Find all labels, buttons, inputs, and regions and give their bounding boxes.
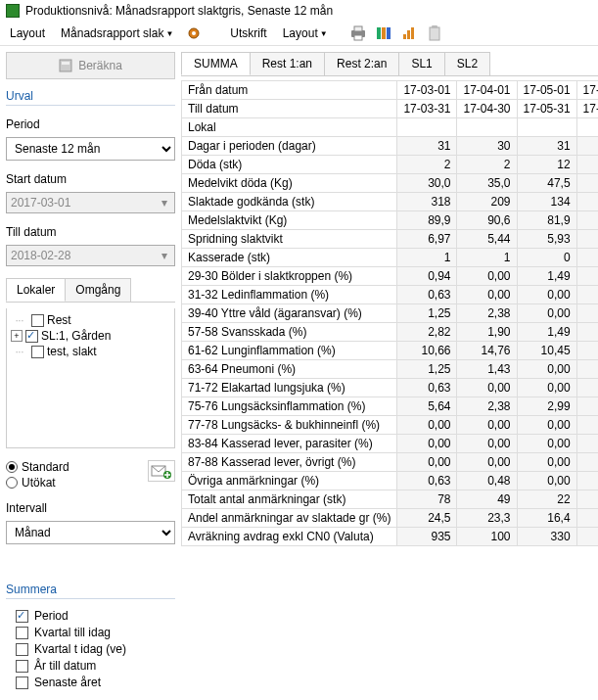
cell[interactable]: 10,66 [397,342,457,360]
cell[interactable]: 1,25 [397,304,457,323]
cell[interactable]: 6,97 [397,230,457,249]
chart-icon[interactable] [400,24,418,42]
tab-rest1an[interactable]: Rest 1:an [250,52,325,75]
check-senaste[interactable]: Senaste året [6,676,175,689]
tree-item-test[interactable]: ··· test, slakt [11,344,170,359]
cell[interactable] [576,397,598,416]
cell[interactable]: 17-04-01 [457,81,517,100]
cell[interactable]: 2,82 [397,323,457,342]
tab-sl1[interactable]: SL1 [398,52,444,75]
cell[interactable]: 0,00 [517,472,576,490]
clipboard-icon[interactable] [426,24,443,42]
cell[interactable] [576,211,598,230]
tree-item-sl1[interactable]: + SL:1, Gården [11,328,170,344]
cell[interactable]: 0,00 [517,360,576,379]
check-kvartal1[interactable]: Kvartal till idag [6,626,175,639]
cell[interactable]: 0,48 [457,472,517,490]
tab-summa[interactable]: SUMMA [181,52,251,75]
cell[interactable] [576,323,598,342]
cell[interactable]: 30 [457,137,517,156]
cell[interactable]: 16,4 [517,509,576,528]
cell[interactable]: 1,43 [457,360,517,379]
cell[interactable]: 5,64 [397,397,457,416]
cell[interactable]: 5,44 [457,230,517,249]
cell[interactable]: 2 [397,156,457,174]
export-button[interactable] [148,460,175,482]
cell[interactable] [576,453,598,472]
cell[interactable]: 1,49 [517,323,576,342]
cell[interactable] [576,509,598,528]
cell[interactable]: 0,00 [517,286,576,304]
cell[interactable]: 1 [457,249,517,267]
cell[interactable] [576,472,598,490]
calendar-icon[interactable]: ▾ [156,196,173,210]
cell[interactable]: 10,45 [517,342,576,360]
cell[interactable]: 0,00 [517,435,576,453]
cell[interactable]: 0,00 [457,286,517,304]
cell[interactable]: 2 [457,156,517,174]
cell[interactable]: 17-05-31 [517,100,576,118]
checkbox[interactable] [25,330,38,343]
cell[interactable]: 22 [517,490,576,509]
cell[interactable] [576,360,598,379]
cell[interactable]: 1 [397,249,457,267]
cell[interactable] [576,249,598,267]
cell[interactable]: 47,5 [517,174,576,193]
period-select[interactable]: Senaste 12 mån [6,137,175,161]
cell[interactable]: 5,93 [517,230,576,249]
cell[interactable]: 0 [517,249,576,267]
cell[interactable]: 0,00 [457,435,517,453]
gear-icon[interactable] [185,24,203,42]
cell[interactable]: 14,76 [457,342,517,360]
cell[interactable]: 0,00 [457,379,517,397]
cell[interactable]: 0,00 [517,453,576,472]
checkbox[interactable] [31,346,44,358]
cell[interactable]: 0,94 [397,267,457,286]
tab-rest2an[interactable]: Rest 2:an [324,52,399,75]
check-period[interactable]: Period [6,609,175,623]
cell[interactable]: 0,00 [457,453,517,472]
cell[interactable] [576,435,598,453]
cell[interactable]: 2,38 [457,304,517,323]
check-kvartal2[interactable]: Kvartal t idag (ve) [6,642,175,656]
cell[interactable]: 81,9 [517,211,576,230]
cell[interactable] [576,137,598,156]
cell[interactable]: 100 [457,528,517,546]
menu-layout[interactable]: Layout [4,23,51,43]
cell[interactable]: 0,63 [397,379,457,397]
cell[interactable]: 17-04-30 [457,100,517,118]
printer-icon[interactable] [349,24,367,42]
cell[interactable] [517,118,576,137]
cell[interactable]: 0,00 [457,267,517,286]
tab-omgang[interactable]: Omgång [65,278,131,302]
cell[interactable] [576,193,598,211]
cell[interactable]: 31 [397,137,457,156]
start-date-input[interactable] [6,192,175,213]
cell[interactable] [397,118,457,137]
cell[interactable] [576,156,598,174]
calendar-icon[interactable]: ▾ [156,249,173,262]
cell[interactable]: 2,99 [517,397,576,416]
menu-layout2-dropdown[interactable]: Layout ▼ [277,23,334,43]
tree-item-rest[interactable]: ··· Rest [11,312,170,328]
cell[interactable]: 0,00 [397,416,457,435]
calculate-button[interactable]: Beräkna [6,52,175,79]
cell[interactable]: 330 [517,528,576,546]
cell[interactable]: 78 [397,490,457,509]
radio-standard[interactable]: Standard [6,460,69,474]
cell[interactable]: 0,00 [517,379,576,397]
cell[interactable]: 1,25 [397,360,457,379]
cell[interactable]: 12 [517,156,576,174]
cell[interactable] [576,267,598,286]
cell[interactable]: 89,9 [397,211,457,230]
intervall-select[interactable]: Månad [6,521,175,544]
cell[interactable]: 0,00 [517,304,576,323]
cell[interactable] [576,528,598,546]
cell[interactable] [457,118,517,137]
till-date-input[interactable] [6,245,175,266]
cell[interactable] [576,286,598,304]
menu-print[interactable]: Utskrift [224,23,272,43]
cell[interactable]: 318 [397,193,457,211]
cell[interactable] [576,304,598,323]
cell[interactable]: 17-03-01 [397,81,457,100]
